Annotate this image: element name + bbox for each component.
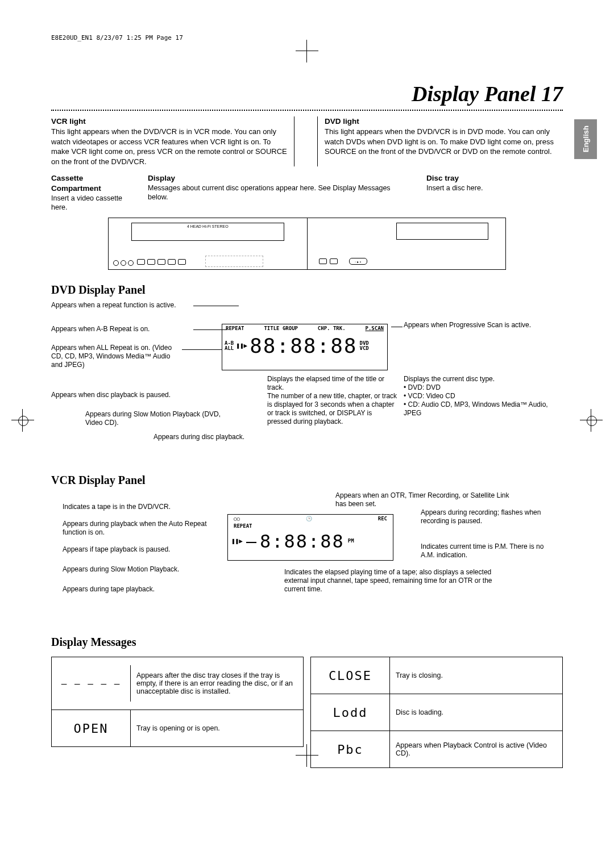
dvd-light-heading: DVD light: [325, 116, 563, 127]
language-tab: English: [574, 119, 597, 159]
msg-text-1: Tray is opening or is open.: [131, 712, 303, 744]
c-ab: Appears when A-B Repeat is on.: [51, 325, 193, 333]
display-heading: Display: [148, 174, 175, 182]
msg-icon-0: – – – – –: [52, 665, 131, 702]
v-elapsed: Indicates the elapsed playing time of a …: [284, 568, 512, 594]
c-all: Appears when ALL Repeat is on. (Video CD…: [51, 344, 182, 369]
v-paused: Appears if tape playback is paused.: [63, 545, 222, 554]
c-elapsed: Displays the elapsed time of the title o…: [267, 375, 398, 426]
c-disctype: Displays the current disc type.: [404, 375, 495, 383]
page-title: Display Panel 17: [51, 81, 563, 106]
disc-tray-heading: Disc tray: [426, 174, 459, 182]
dvd-segment-display: 88:88:88: [250, 333, 357, 358]
display-text: Messages about current disc operations a…: [148, 184, 391, 201]
v-slow: Appears during Slow Motion Playback.: [63, 565, 222, 574]
disc-tray-text: Insert a disc here.: [426, 184, 483, 192]
page-header: E8E20UD_EN1 8/23/07 1:25 PM Page 17: [51, 34, 563, 41]
c-during: Appears during disc playback.: [154, 433, 324, 441]
v-repeat: Appears during playback when the Auto Re…: [63, 520, 222, 537]
msg-icon-1: OPEN: [52, 710, 131, 746]
unit-diagram: 4 HEAD Hi-Fi STEREO ◦ ▸ ▪: [108, 218, 506, 270]
ind-rec: REC: [378, 516, 387, 522]
msg-icon-2: CLOSE: [311, 657, 390, 694]
dt-0: DVD: DVD: [408, 383, 441, 391]
display-messages-heading: Display Messages: [51, 636, 563, 649]
messages-table: – – – – – Appears after the disc tray cl…: [51, 657, 563, 768]
pause-icon: ❚❚▶: [236, 342, 247, 350]
pause-icon-vcr: ❚❚▶: [231, 537, 243, 545]
ind-chp-trk: CHP. TRK.: [318, 326, 346, 332]
ind-all: ALL: [225, 345, 234, 351]
ind-repeat: REPEAT: [226, 326, 244, 332]
dvd-light-text: This light appears when the DVD/VCR is i…: [325, 127, 563, 157]
c-repeat: Appears when a repeat function is active…: [51, 301, 193, 310]
ind-pscan: P.SCAN: [365, 326, 384, 332]
msg-text-4: Appears when Playback Control is active …: [390, 733, 562, 765]
ind-pm: PM: [348, 538, 354, 544]
title-divider: [51, 110, 563, 111]
ind-vcd: VCD: [360, 345, 369, 351]
vcr-light-heading: VCR light: [51, 116, 289, 127]
msg-text-2: Tray is closing.: [390, 660, 562, 691]
v-pm: Indicates current time is P.M. There is …: [421, 542, 551, 560]
dvd-panel-heading: DVD Display Panel: [51, 283, 563, 297]
msg-icon-3: Lodd: [311, 694, 390, 731]
msg-text-0: Appears after the disc tray closes if th…: [131, 667, 303, 699]
dt-1: VCD: Video CD: [408, 392, 455, 400]
c-pscan: Appears when Progressive Scan is active.: [404, 321, 534, 329]
c-paused: Appears when disc playback is paused.: [51, 391, 193, 399]
v-during: Appears during tape playback.: [63, 585, 222, 594]
disc-tray-slot: [396, 223, 488, 240]
v-tape: Indicates a tape is in the DVD/VCR.: [63, 503, 222, 511]
dt-2: CD: Audio CD, MP3, Windows Media™ Audio,…: [404, 400, 548, 417]
clock-icon: 🕒: [306, 516, 312, 522]
v-otr: Appears when an OTR, Timer Recording, or…: [335, 491, 517, 508]
v-rec: Appears during recording; flashes when r…: [421, 508, 551, 525]
cassette-heading: Cassette Compartment: [51, 174, 101, 193]
vcr-light-text: This light appears when the DVD/VCR is i…: [51, 127, 289, 166]
vcr-panel-heading: VCR Display Panel: [51, 474, 563, 487]
vcr-segment-display: 8:88:88: [260, 530, 345, 553]
c-slow: Appears during Slow Motion Playback (DVD…: [85, 410, 227, 427]
cassette-slot: 4 HEAD Hi-Fi STEREO: [131, 223, 284, 241]
msg-icon-4: Pbc: [311, 731, 390, 767]
cassette-text: Insert a video cassette here.: [51, 194, 122, 211]
msg-text-3: Disc is loading.: [390, 696, 562, 728]
ind-vcr-repeat: REPEAT: [228, 523, 393, 529]
front-display: [205, 256, 263, 267]
ind-title-group: TITLE GROUP: [264, 326, 298, 332]
tape-icon: ◯◯: [234, 516, 240, 522]
